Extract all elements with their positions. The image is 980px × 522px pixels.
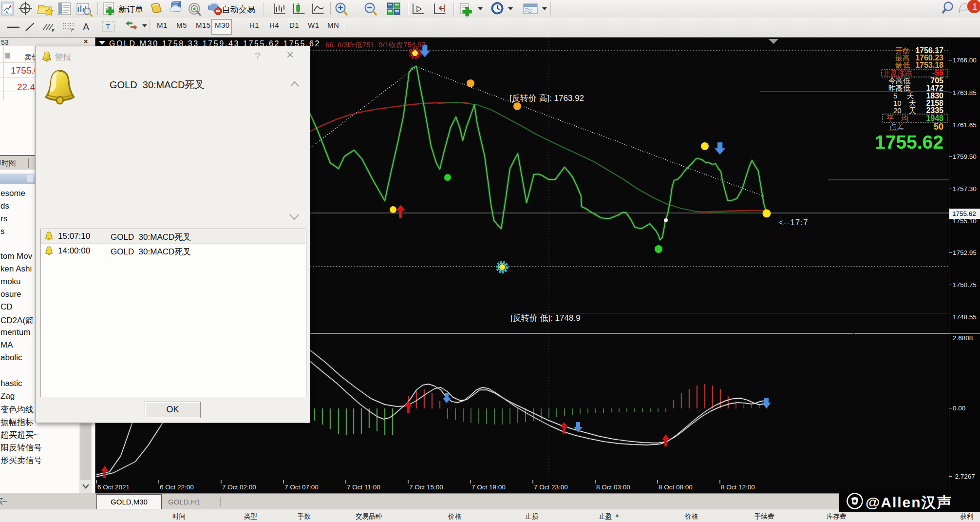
svg-text:1948: 1948 [926, 114, 943, 122]
svg-text:最低: 最低 [895, 61, 910, 69]
svg-text:1472: 1472 [926, 84, 943, 92]
svg-text:66. 6/3昨低751. 9/1收盘754.97: 66. 6/3昨低751. 9/1收盘754.97 [325, 40, 426, 49]
svg-text:7 Oct 02:00: 7 Oct 02:00 [222, 483, 256, 491]
svg-text:7 Oct 19:00: 7 Oct 19:00 [471, 483, 506, 491]
svg-text:1: 1 [972, 1, 978, 12]
svg-text:昨高低: 昨高低 [888, 84, 910, 92]
svg-text:7 Oct 11:00: 7 Oct 11:00 [347, 483, 380, 491]
svg-text:-55: -55 [932, 69, 943, 77]
svg-text:[反转价 低]: 1748.9: [反转价 低]: 1748.9 [510, 313, 581, 323]
svg-text:点差: 点差 [889, 123, 905, 131]
svg-text:T: T [106, 22, 110, 31]
svg-text:1755.62: 1755.62 [875, 132, 943, 153]
svg-text:[反转价 高]: 1763.92: [反转价 高]: 1763.92 [509, 94, 584, 103]
svg-text:6 Oct 2021: 6 Oct 2021 [97, 483, 130, 491]
svg-text:<--17:7: <--17:7 [778, 218, 808, 227]
svg-text:1753.18: 1753.18 [915, 61, 943, 69]
svg-text:E: E [52, 28, 55, 33]
svg-text:平 均: 平 均 [886, 114, 908, 122]
svg-text:6 Oct 22:00: 6 Oct 22:00 [160, 483, 194, 491]
svg-text:A: A [83, 21, 90, 32]
svg-text:F: F [71, 28, 74, 33]
svg-text:7 Oct 07:00: 7 Oct 07:00 [284, 483, 319, 491]
svg-text:7 Oct 23:00: 7 Oct 23:00 [534, 483, 568, 491]
svg-text:2335: 2335 [926, 106, 943, 115]
svg-text:50: 50 [934, 122, 943, 132]
svg-text:8 Oct 08:00: 8 Oct 08:00 [659, 483, 693, 491]
svg-text:开盘涨跌: 开盘涨跌 [883, 69, 912, 77]
svg-text:20 天: 20 天 [893, 106, 916, 115]
svg-text:8 Oct 03:00: 8 Oct 03:00 [596, 483, 630, 491]
svg-text:7 Oct 15:00: 7 Oct 15:00 [409, 483, 443, 491]
svg-text:8 Oct 12:00: 8 Oct 12:00 [721, 483, 755, 491]
